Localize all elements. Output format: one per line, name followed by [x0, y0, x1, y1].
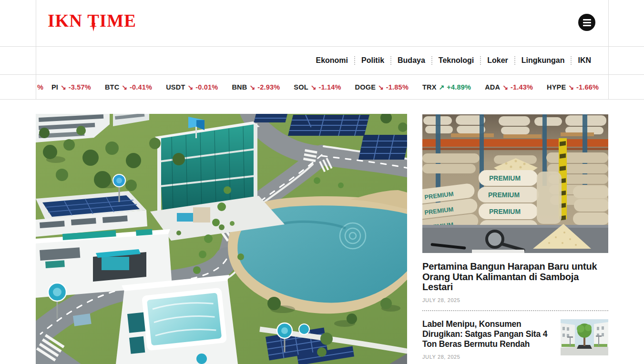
ticker-item-usdt[interactable]: USDT↘-0.01% [166, 83, 218, 91]
article-1-date: JULY 28, 2025 [422, 297, 608, 303]
article-1-image[interactable]: PREMIUM PREMIUM PREMIUM PRE [422, 114, 608, 253]
content-right-border [608, 0, 609, 100]
ticker-item-doge[interactable]: DOGE↘-1.85% [355, 83, 409, 91]
ticker-clipped-item: % [37, 83, 43, 91]
logo-text: IME [100, 11, 136, 30]
article-1-title[interactable]: Pertamina Bangun Harapan Baru untuk Oran… [422, 262, 608, 293]
ticker-divider [0, 99, 644, 100]
nav-item-ikn[interactable]: IKN [571, 56, 591, 65]
trend-down-icon: ↘ [502, 83, 508, 91]
nav-item-teknologi[interactable]: Teknologi [431, 56, 474, 65]
nav-item-lingkungan[interactable]: Lingkungan [514, 56, 565, 65]
trend-down-icon: ↘ [249, 83, 255, 91]
logo-t-glyph: T [87, 10, 100, 31]
page: IKN TIME Ekonomi Politik Budaya Teknolog… [0, 0, 644, 364]
trend-down-icon: ↘ [122, 83, 127, 91]
trend-down-icon: ↘ [568, 83, 574, 91]
nav-item-ekonomi[interactable]: Ekonomi [316, 56, 348, 65]
site-logo[interactable]: IKN TIME [48, 10, 136, 31]
trend-down-icon: ↘ [187, 83, 193, 91]
nav-item-loker[interactable]: Loker [480, 56, 508, 65]
hamburger-icon [583, 19, 591, 20]
trend-down-icon: ↘ [61, 83, 66, 91]
article-2-title[interactable]: Label Menipu, Konsumen Dirugikan: Satgas… [422, 319, 553, 349]
nav-item-politik[interactable]: Politik [354, 56, 384, 65]
main-nav: Ekonomi Politik Budaya Teknologi Loker L… [0, 47, 644, 74]
article-2-thumbnail[interactable] [561, 319, 608, 355]
hero-article-image[interactable] [36, 114, 407, 364]
ticker-item-ada[interactable]: ADA↘-1.43% [485, 83, 533, 91]
ticker-item-pi[interactable]: PI↘-3.57% [51, 83, 91, 91]
bag-label: PREMIUM [489, 174, 521, 182]
bag-label: PREMIUM [489, 208, 521, 215]
menu-button[interactable] [578, 14, 595, 31]
nav-item-budaya[interactable]: Budaya [390, 56, 425, 65]
ticker-item-btc[interactable]: BTC↘-0.41% [105, 83, 152, 91]
ticker-item-sol[interactable]: SOL↘-1.14% [294, 83, 341, 91]
ticker-item-trx[interactable]: TRX↗+4.89% [422, 83, 471, 91]
hamburger-icon [583, 22, 591, 23]
ticker-track[interactable]: % PI↘-3.57% BTC↘-0.41% USDT↘-0.01% BNB↘-… [37, 75, 608, 99]
ticker-item-bnb[interactable]: BNB↘-2.93% [232, 83, 280, 91]
article-2: Label Menipu, Konsumen Dirugikan: Satgas… [422, 319, 608, 360]
ticker-viewport: % PI↘-3.57% BTC↘-0.41% USDT↘-0.01% BNB↘-… [0, 75, 608, 99]
plaza-tree-photo [561, 319, 608, 355]
trend-down-icon: ↘ [311, 83, 317, 91]
rice-warehouse-photo: PREMIUM PREMIUM PREMIUM PRE [422, 114, 608, 253]
site-header: IKN TIME [0, 0, 644, 46]
bag-label: PREMIUM [488, 191, 520, 199]
crypto-ticker: % PI↘-3.57% BTC↘-0.41% USDT↘-0.01% BNB↘-… [0, 75, 644, 99]
trend-down-icon: ↘ [378, 83, 384, 91]
trend-up-icon: ↗ [439, 83, 445, 91]
logo-text: IKN [48, 11, 87, 30]
sidebar-divider [422, 310, 608, 311]
ticker-item-hype[interactable]: HYPE↘-1.66% [547, 83, 599, 91]
eco-city-illustration [36, 114, 407, 364]
sidebar: PREMIUM PREMIUM PREMIUM PRE [422, 114, 608, 364]
article-2-date: JULY 28, 2025 [422, 354, 553, 360]
content-left-border [36, 0, 36, 100]
hamburger-icon [583, 25, 591, 26]
